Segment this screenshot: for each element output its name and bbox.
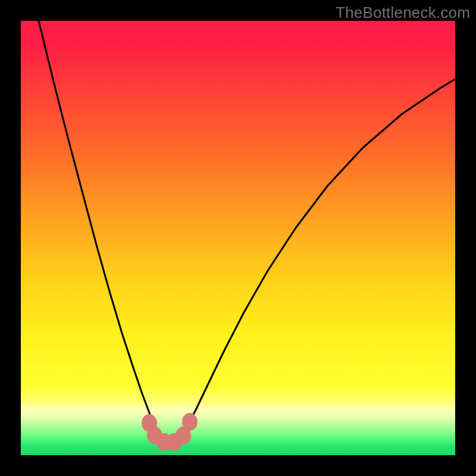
chart-frame: TheBottleneck.com <box>0 0 476 476</box>
data-marker <box>182 413 198 431</box>
marker-layer <box>21 21 455 455</box>
plot-area <box>21 21 455 455</box>
watermark-label: TheBottleneck.com <box>336 4 470 22</box>
